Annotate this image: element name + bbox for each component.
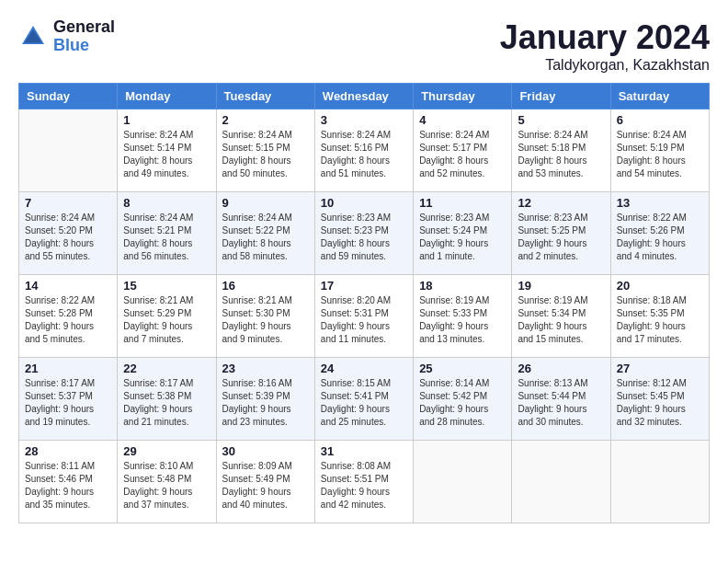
day-info: Sunrise: 8:24 AMSunset: 5:18 PMDaylight:… [518,129,604,180]
month-title: January 2024 [500,18,710,57]
day-info: Sunrise: 8:23 AMSunset: 5:23 PMDaylight:… [321,212,407,263]
header-friday: Friday [512,84,610,109]
day-info: Sunrise: 8:17 AMSunset: 5:37 PMDaylight:… [25,377,111,429]
day-info: Sunrise: 8:21 AMSunset: 5:30 PMDaylight:… [222,294,309,346]
logo: General Blue [18,18,115,55]
calendar-cell [512,441,610,523]
calendar-header-row: SundayMondayTuesdayWednesdayThursdayFrid… [19,84,710,109]
calendar-cell: 11Sunrise: 8:23 AMSunset: 5:24 PMDayligh… [414,192,512,275]
calendar-cell: 4Sunrise: 8:24 AMSunset: 5:17 PMDaylight… [414,109,512,192]
calendar-cell: 16Sunrise: 8:21 AMSunset: 5:30 PMDayligh… [216,275,314,358]
calendar-cell: 18Sunrise: 8:19 AMSunset: 5:33 PMDayligh… [414,275,512,358]
calendar-cell: 8Sunrise: 8:24 AMSunset: 5:21 PMDaylight… [118,192,216,275]
day-info: Sunrise: 8:24 AMSunset: 5:16 PMDaylight:… [321,129,407,180]
calendar-cell: 21Sunrise: 8:17 AMSunset: 5:37 PMDayligh… [19,358,118,441]
header-wednesday: Wednesday [314,84,413,109]
day-info: Sunrise: 8:13 AMSunset: 5:44 PMDaylight:… [518,377,604,429]
calendar-cell: 27Sunrise: 8:12 AMSunset: 5:45 PMDayligh… [610,358,709,441]
day-number: 20 [617,279,703,293]
header-monday: Monday [118,84,216,109]
calendar-week-row: 14Sunrise: 8:22 AMSunset: 5:28 PMDayligh… [19,275,710,358]
day-number: 27 [617,362,703,375]
calendar-cell: 15Sunrise: 8:21 AMSunset: 5:29 PMDayligh… [118,275,216,358]
title-block: January 2024 Taldykorgan, Kazakhstan [500,18,710,74]
calendar-cell: 29Sunrise: 8:10 AMSunset: 5:48 PMDayligh… [118,441,216,523]
logo-text: General Blue [53,18,115,55]
calendar-cell: 6Sunrise: 8:24 AMSunset: 5:19 PMDaylight… [610,109,709,192]
calendar-cell: 26Sunrise: 8:13 AMSunset: 5:44 PMDayligh… [512,358,610,441]
day-number: 5 [518,113,604,127]
calendar-cell: 5Sunrise: 8:24 AMSunset: 5:18 PMDaylight… [512,109,610,192]
calendar-cell: 19Sunrise: 8:19 AMSunset: 5:34 PMDayligh… [512,275,610,358]
calendar-week-row: 7Sunrise: 8:24 AMSunset: 5:20 PMDaylight… [19,192,710,275]
calendar-cell: 31Sunrise: 8:08 AMSunset: 5:51 PMDayligh… [314,441,413,523]
day-info: Sunrise: 8:12 AMSunset: 5:45 PMDaylight:… [617,377,703,429]
day-number: 7 [25,196,111,210]
header-tuesday: Tuesday [216,84,314,109]
day-number: 16 [222,279,309,293]
day-number: 2 [222,113,309,127]
header-saturday: Saturday [610,84,709,109]
day-info: Sunrise: 8:15 AMSunset: 5:41 PMDaylight:… [321,377,407,429]
day-info: Sunrise: 8:08 AMSunset: 5:51 PMDaylight:… [321,460,407,511]
day-number: 29 [123,444,210,458]
calendar-cell [19,109,118,192]
day-number: 11 [419,196,506,210]
day-number: 25 [419,362,506,375]
day-info: Sunrise: 8:23 AMSunset: 5:24 PMDaylight:… [419,212,506,263]
calendar-cell: 10Sunrise: 8:23 AMSunset: 5:23 PMDayligh… [314,192,413,275]
day-number: 15 [123,279,210,293]
day-info: Sunrise: 8:24 AMSunset: 5:19 PMDaylight:… [617,129,703,180]
logo-general: General [53,18,115,37]
day-info: Sunrise: 8:19 AMSunset: 5:33 PMDaylight:… [419,294,506,346]
day-number: 21 [25,362,111,375]
day-info: Sunrise: 8:10 AMSunset: 5:48 PMDaylight:… [123,460,210,511]
day-info: Sunrise: 8:20 AMSunset: 5:31 PMDaylight:… [321,294,407,346]
calendar-cell: 2Sunrise: 8:24 AMSunset: 5:15 PMDaylight… [216,109,314,192]
day-info: Sunrise: 8:17 AMSunset: 5:38 PMDaylight:… [123,377,210,429]
day-number: 3 [321,113,407,127]
day-info: Sunrise: 8:24 AMSunset: 5:15 PMDaylight:… [222,129,309,180]
day-number: 22 [123,362,210,375]
day-info: Sunrise: 8:24 AMSunset: 5:22 PMDaylight:… [222,212,309,263]
day-number: 28 [25,444,111,458]
day-info: Sunrise: 8:09 AMSunset: 5:49 PMDaylight:… [222,460,309,511]
calendar-cell: 23Sunrise: 8:16 AMSunset: 5:39 PMDayligh… [216,358,314,441]
day-number: 6 [617,113,703,127]
page-header: General Blue January 2024 Taldykorgan, K… [18,18,710,74]
day-number: 19 [518,279,604,293]
calendar-cell: 14Sunrise: 8:22 AMSunset: 5:28 PMDayligh… [19,275,118,358]
calendar-cell: 25Sunrise: 8:14 AMSunset: 5:42 PMDayligh… [414,358,512,441]
day-number: 30 [222,444,309,458]
day-info: Sunrise: 8:23 AMSunset: 5:25 PMDaylight:… [518,212,604,263]
day-info: Sunrise: 8:22 AMSunset: 5:26 PMDaylight:… [617,212,703,263]
day-number: 8 [123,196,210,210]
day-number: 10 [321,196,407,210]
calendar-cell [610,441,709,523]
day-info: Sunrise: 8:18 AMSunset: 5:35 PMDaylight:… [617,294,703,346]
day-number: 1 [123,113,210,127]
day-info: Sunrise: 8:24 AMSunset: 5:17 PMDaylight:… [419,129,506,180]
day-number: 9 [222,196,309,210]
day-number: 18 [419,279,506,293]
day-info: Sunrise: 8:22 AMSunset: 5:28 PMDaylight:… [25,294,111,346]
header-thursday: Thursday [414,84,512,109]
calendar-cell: 20Sunrise: 8:18 AMSunset: 5:35 PMDayligh… [610,275,709,358]
logo-blue: Blue [53,37,115,55]
day-number: 31 [321,444,407,458]
day-number: 26 [518,362,604,375]
calendar-cell: 17Sunrise: 8:20 AMSunset: 5:31 PMDayligh… [314,275,413,358]
calendar-cell: 13Sunrise: 8:22 AMSunset: 5:26 PMDayligh… [610,192,709,275]
logo-icon [18,22,48,52]
day-info: Sunrise: 8:24 AMSunset: 5:20 PMDaylight:… [25,212,111,263]
day-info: Sunrise: 8:14 AMSunset: 5:42 PMDaylight:… [419,377,506,429]
calendar-cell: 24Sunrise: 8:15 AMSunset: 5:41 PMDayligh… [314,358,413,441]
day-number: 14 [25,279,111,293]
calendar-cell: 1Sunrise: 8:24 AMSunset: 5:14 PMDaylight… [118,109,216,192]
location: Taldykorgan, Kazakhstan [500,57,710,74]
day-info: Sunrise: 8:11 AMSunset: 5:46 PMDaylight:… [25,460,111,511]
calendar-cell: 9Sunrise: 8:24 AMSunset: 5:22 PMDaylight… [216,192,314,275]
calendar-cell: 12Sunrise: 8:23 AMSunset: 5:25 PMDayligh… [512,192,610,275]
calendar-cell: 30Sunrise: 8:09 AMSunset: 5:49 PMDayligh… [216,441,314,523]
day-number: 23 [222,362,309,375]
